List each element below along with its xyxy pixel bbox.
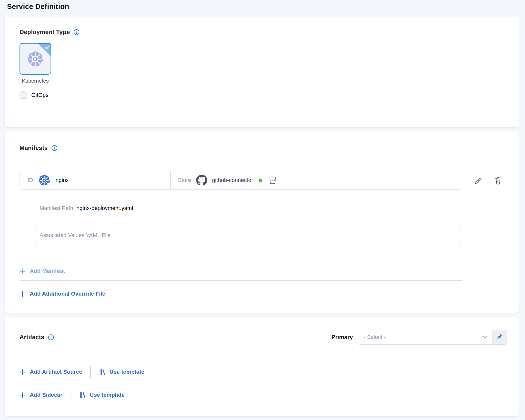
trash-icon <box>494 176 502 185</box>
use-template-sidecar-link[interactable]: Use template <box>79 392 125 398</box>
connector-status-dot <box>258 178 262 182</box>
chevron-down-icon <box>482 334 488 340</box>
manifest-id-segment[interactable]: ID nginx <box>20 171 171 189</box>
use-template-artifact-link[interactable]: Use template <box>99 369 144 375</box>
svg-text:</>: </> <box>271 179 275 182</box>
info-icon[interactable] <box>73 29 80 35</box>
values-yaml-placeholder: Associated Values YAML File <box>40 232 111 239</box>
primary-artifact-label: Primary <box>331 334 353 341</box>
gitops-checkbox[interactable] <box>20 91 27 99</box>
use-template-label: Use template <box>110 369 144 375</box>
manifests-card: Manifests ID <box>5 131 519 313</box>
add-manifest-label: Add Manifest <box>30 268 65 274</box>
manifest-id-label: ID <box>28 177 33 183</box>
primary-artifact-select[interactable]: - Select - <box>358 330 492 345</box>
deployment-type-option-kubernetes[interactable] <box>20 43 51 75</box>
gitops-row: GitOps <box>20 91 504 99</box>
manifest-store-label: Store <box>178 177 191 183</box>
manifest-id-value: nginx <box>56 177 69 183</box>
pin-icon <box>496 333 504 341</box>
manifest-row: ID nginx <box>20 171 504 190</box>
page-title: Service Definition <box>7 3 525 11</box>
manifests-divider <box>20 280 462 281</box>
deployment-type-heading: Deployment Type <box>20 29 70 36</box>
pencil-icon <box>473 176 483 185</box>
values-yaml-field[interactable]: Associated Values YAML File <box>34 226 462 244</box>
manifest-path-field[interactable]: Manifest Path nginx-deployment.yaml <box>34 199 462 217</box>
links-divider <box>90 366 91 378</box>
use-template-label: Use template <box>90 392 125 398</box>
add-override-file-label: Add Additional Override File <box>30 291 105 297</box>
artifacts-card: Artifacts Primary - Select - <box>5 317 519 416</box>
info-icon[interactable] <box>51 145 58 151</box>
kubernetes-icon <box>38 174 50 186</box>
kubernetes-icon <box>27 51 44 67</box>
github-icon <box>196 175 207 186</box>
add-artifact-source-link[interactable]: Add Artifact Source <box>20 369 82 375</box>
add-override-file-link[interactable]: Add Additional Override File <box>20 291 105 297</box>
plus-icon <box>20 369 26 375</box>
plus-icon <box>20 392 26 398</box>
deployment-type-option-label: Kubernetes <box>20 78 51 84</box>
manifest-store-value: github-connector <box>212 177 253 183</box>
plus-icon <box>20 291 26 297</box>
delete-manifest-button[interactable] <box>494 176 502 185</box>
edit-manifest-button[interactable] <box>473 176 483 185</box>
template-library-icon <box>79 392 86 398</box>
manifest-store-segment[interactable]: Store github-connector </> <box>171 171 462 189</box>
primary-artifact-select-value: - Select - <box>364 334 386 340</box>
links-divider <box>71 389 71 401</box>
plus-icon <box>20 268 26 274</box>
deployment-type-card: Deployment Type <box>5 17 519 127</box>
add-manifest-link[interactable]: Add Manifest <box>20 268 65 274</box>
manifests-heading: Manifests <box>20 144 48 151</box>
pin-primary-button[interactable] <box>492 330 507 345</box>
add-sidecar-label: Add Sidecar <box>30 392 63 398</box>
manifest-code-bucket-icon: </> <box>269 176 277 184</box>
add-sidecar-link[interactable]: Add Sidecar <box>20 392 63 398</box>
add-artifact-source-label: Add Artifact Source <box>30 369 82 375</box>
info-icon[interactable] <box>48 334 54 340</box>
manifest-path-placeholder: Manifest Path <box>40 205 73 212</box>
manifest-path-value: nginx-deployment.yaml <box>77 205 133 212</box>
artifacts-heading: Artifacts <box>20 334 44 341</box>
check-icon <box>44 45 50 50</box>
gitops-label: GitOps <box>31 92 48 98</box>
template-library-icon <box>99 369 106 375</box>
